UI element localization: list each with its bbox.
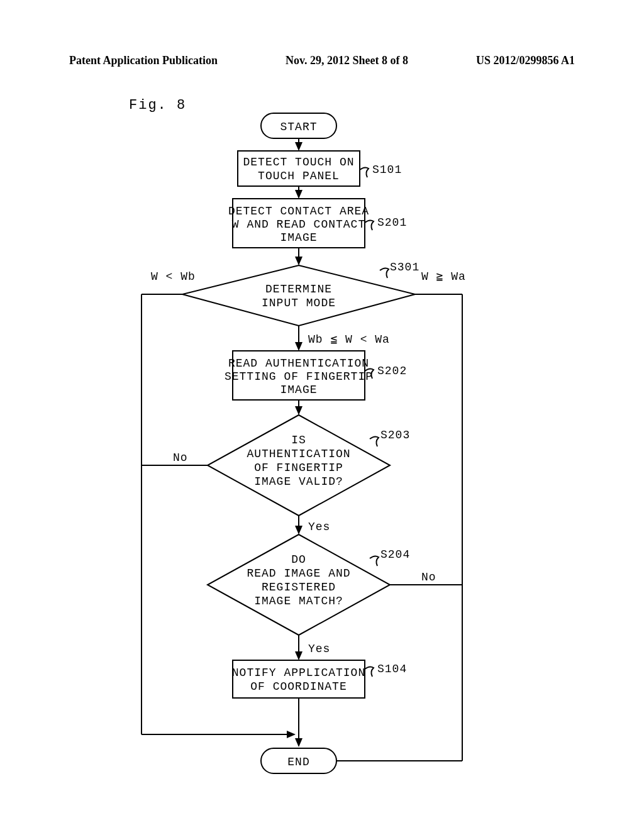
end-terminal: END xyxy=(287,756,309,768)
s201-line3: IMAGE xyxy=(280,231,317,244)
s204-label: S204 xyxy=(380,548,410,561)
s204-line4: IMAGE MATCH? xyxy=(254,595,343,607)
s104-line1: NOTIFY APPLICATION xyxy=(232,667,365,679)
s201-line2: W AND READ CONTACT xyxy=(232,218,365,231)
s204-line1: DO xyxy=(291,553,306,566)
s204-yes: Yes xyxy=(308,643,330,655)
s202-label: S202 xyxy=(377,365,407,377)
s203-line1: IS xyxy=(291,434,306,446)
branch-right: W ≧ Wa xyxy=(421,270,466,283)
s204-no: No xyxy=(421,571,436,584)
s203-line4: IMAGE VALID? xyxy=(254,475,343,488)
s204-line3: REGISTERED xyxy=(262,581,336,594)
s203-line2: AUTHENTICATION xyxy=(247,448,350,460)
s203-label: S203 xyxy=(380,429,410,441)
s104-label: S104 xyxy=(377,663,407,675)
s101-line1: DETECT TOUCH ON xyxy=(243,156,354,169)
s101-label: S101 xyxy=(372,163,402,176)
s301-line2: INPUT MODE xyxy=(262,297,336,309)
s203-no: No xyxy=(173,451,188,464)
s203-yes: Yes xyxy=(308,521,330,533)
s202-line3: IMAGE xyxy=(280,384,317,396)
svg-marker-7 xyxy=(182,265,415,326)
s301-line1: DETERMINE xyxy=(265,283,332,296)
s202-line2: SETTING OF FINGERTIP xyxy=(225,370,373,383)
s301-label: S301 xyxy=(390,261,419,274)
flowchart: START DETECT TOUCH ON TOUCH PANEL S101 D… xyxy=(0,0,644,830)
s104-line2: OF COORDINATE xyxy=(250,680,347,693)
branch-mid: Wb ≦ W < Wa xyxy=(308,333,390,346)
start-terminal: START xyxy=(280,121,317,133)
s204-line2: READ IMAGE AND xyxy=(247,567,350,580)
branch-left: W < Wb xyxy=(151,270,196,283)
s101-line2: TOUCH PANEL xyxy=(258,170,340,182)
s201-line1: DETECT CONTACT AREA xyxy=(228,205,369,218)
s203-line3: OF FINGERTIP xyxy=(254,462,343,474)
s201-label: S201 xyxy=(377,216,407,229)
s202-line1: READ AUTHENTICATION xyxy=(228,357,369,370)
